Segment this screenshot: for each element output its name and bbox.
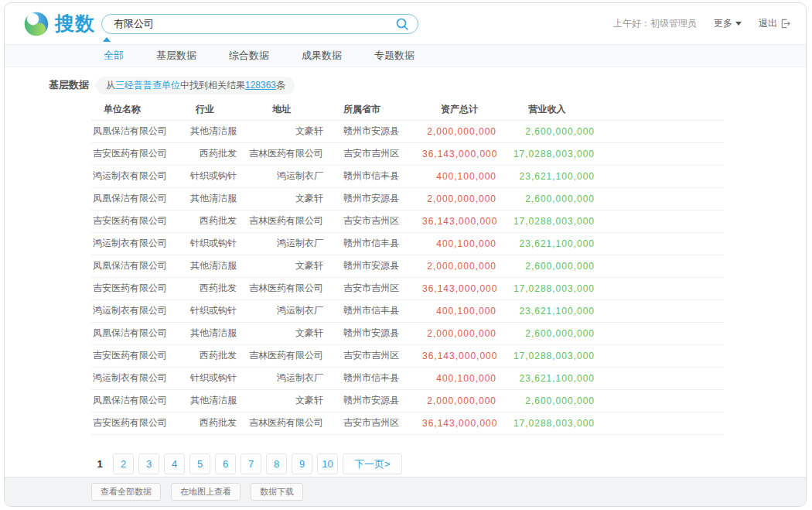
cell-company-name: 凤凰保洁有限公司 bbox=[91, 322, 172, 344]
cell-address: 鸿运制衣厂 bbox=[238, 367, 325, 389]
cell-total-assets: 2,000,000,000 bbox=[421, 255, 498, 277]
cell-company-name: 吉安医药有限公司 bbox=[91, 344, 172, 367]
results-table: 单位名称 行业 地址 所属省市 资产总计 营业收入 凤凰保洁有限公司其他清洁服文… bbox=[91, 100, 724, 435]
cell-revenue: 23,621,100,000 bbox=[498, 299, 596, 322]
cell-address: 文豪轩 bbox=[238, 322, 325, 344]
results-table-container: 单位名称 行业 地址 所属省市 资产总计 营业收入 凤凰保洁有限公司其他清洁服文… bbox=[91, 100, 806, 435]
cell-address: 文豪轩 bbox=[238, 120, 325, 142]
cell-company-name: 吉安医药有限公司 bbox=[91, 277, 172, 299]
table-body: 凤凰保洁有限公司其他清洁服文豪轩赣州市安源县2,000,000,0002,600… bbox=[91, 120, 724, 434]
cell-revenue: 23,621,100,000 bbox=[498, 367, 596, 389]
column-header-spacer bbox=[596, 100, 724, 120]
cell-address: 文豪轩 bbox=[238, 187, 325, 210]
page-button[interactable]: 3 bbox=[138, 454, 159, 474]
search-input[interactable] bbox=[101, 14, 418, 34]
cell-total-assets: 2,000,000,000 bbox=[421, 322, 498, 344]
cell-company-name: 凤凰保洁有限公司 bbox=[91, 187, 172, 210]
page-button[interactable]: 7 bbox=[241, 454, 261, 474]
column-header-revenue: 营业收入 bbox=[498, 100, 596, 120]
page-current: 1 bbox=[91, 458, 108, 470]
cell-address: 吉林医药有限公司 bbox=[238, 344, 325, 367]
cell-revenue: 2,600,000,000 bbox=[498, 389, 596, 412]
cell-industry: 其他清洁服 bbox=[172, 389, 238, 412]
page-button[interactable]: 2 bbox=[113, 454, 134, 474]
cell-address: 鸿运制衣厂 bbox=[238, 299, 325, 322]
cell-company-name: 鸿运制衣有限公司 bbox=[91, 367, 172, 389]
cell-industry: 西药批发 bbox=[172, 210, 238, 232]
download-data-button[interactable]: 数据下载 bbox=[251, 483, 303, 501]
search-icon[interactable] bbox=[395, 17, 409, 34]
cell-total-assets: 36,143,000,000 bbox=[421, 412, 498, 434]
table-row: 凤凰保洁有限公司其他清洁服文豪轩赣州市安源县2,000,000,0002,600… bbox=[91, 120, 724, 142]
view-all-data-button[interactable]: 查看全部数据 bbox=[91, 483, 161, 501]
view-on-map-button[interactable]: 在地图上查看 bbox=[171, 483, 241, 501]
page-button[interactable]: 6 bbox=[215, 454, 236, 474]
table-row: 凤凰保洁有限公司其他清洁服文豪轩赣州市安源县2,000,000,0002,600… bbox=[91, 322, 724, 344]
table-row: 鸿运制衣有限公司针织或钩针鸿运制衣厂赣州市信丰县400,100,00023,62… bbox=[91, 165, 724, 187]
column-header-region: 所属省市 bbox=[325, 100, 421, 120]
cell-address: 吉林医药有限公司 bbox=[238, 142, 325, 165]
cell-region: 赣州市安源县 bbox=[325, 255, 421, 277]
cell-industry: 针织或钩针 bbox=[172, 232, 238, 255]
page-button[interactable]: 5 bbox=[189, 454, 210, 474]
cell-spacer bbox=[596, 210, 724, 232]
cell-region: 吉安市吉州区 bbox=[325, 142, 421, 165]
table-row: 吉安医药有限公司西药批发吉林医药有限公司吉安市吉州区36,143,000,000… bbox=[91, 344, 724, 367]
pagination: 1 2345678910 下一页> bbox=[91, 454, 806, 474]
cell-industry: 针织或钩针 bbox=[172, 299, 238, 322]
tab-basic-data[interactable]: 基层数据 bbox=[156, 49, 196, 63]
cell-region: 赣州市信丰县 bbox=[325, 165, 421, 187]
cell-spacer bbox=[596, 277, 724, 299]
cell-revenue: 2,600,000,000 bbox=[498, 322, 596, 344]
cell-spacer bbox=[596, 412, 724, 434]
table-row: 凤凰保洁有限公司其他清洁服文豪轩赣州市安源县2,000,000,0002,600… bbox=[91, 255, 724, 277]
app-logo[interactable]: 搜数 bbox=[23, 11, 95, 37]
cell-spacer bbox=[596, 389, 724, 412]
cell-region: 赣州市信丰县 bbox=[325, 232, 421, 255]
result-count-link[interactable]: 128363 bbox=[245, 80, 276, 91]
cell-address: 吉林医药有限公司 bbox=[238, 210, 325, 232]
cell-region: 赣州市安源县 bbox=[325, 322, 421, 344]
cell-total-assets: 36,143,000,000 bbox=[421, 277, 498, 299]
cell-spacer bbox=[596, 344, 724, 367]
table-row: 吉安医药有限公司西药批发吉林医药有限公司吉安市吉州区36,143,000,000… bbox=[91, 142, 724, 165]
next-page-button[interactable]: 下一页> bbox=[343, 454, 402, 474]
cell-industry: 西药批发 bbox=[172, 142, 238, 165]
table-row: 鸿运制衣有限公司针织或钩针鸿运制衣厂赣州市信丰县400,100,00023,62… bbox=[91, 299, 724, 322]
cell-region: 赣州市信丰县 bbox=[325, 299, 421, 322]
cell-spacer bbox=[596, 232, 724, 255]
app-window: 搜数 上午好：初级管理员 更多 退出 bbox=[4, 2, 807, 507]
logout-button[interactable]: 退出 bbox=[759, 17, 790, 30]
cell-spacer bbox=[596, 120, 724, 142]
cell-region: 赣州市安源县 bbox=[325, 389, 421, 412]
cell-address: 鸿运制衣厂 bbox=[238, 165, 325, 187]
cell-address: 吉林医药有限公司 bbox=[238, 412, 325, 434]
cell-revenue: 17,0288,003,000 bbox=[498, 412, 596, 434]
cell-region: 吉安市吉州区 bbox=[325, 344, 421, 367]
cell-company-name: 吉安医药有限公司 bbox=[91, 210, 172, 232]
cell-total-assets: 2,000,000,000 bbox=[421, 389, 498, 412]
table-header-row: 单位名称 行业 地址 所属省市 资产总计 营业收入 bbox=[91, 100, 724, 120]
table-row: 吉安医药有限公司西药批发吉林医药有限公司吉安市吉州区36,143,000,000… bbox=[91, 412, 724, 434]
cell-company-name: 鸿运制衣有限公司 bbox=[91, 232, 172, 255]
cell-region: 赣州市信丰县 bbox=[325, 367, 421, 389]
tab-topic-data[interactable]: 专题数据 bbox=[374, 49, 415, 63]
tab-all[interactable]: 全部 bbox=[104, 49, 124, 63]
table-row: 吉安医药有限公司西药批发吉林医药有限公司吉安市吉州区36,143,000,000… bbox=[91, 210, 724, 232]
more-button[interactable]: 更多 bbox=[714, 17, 742, 30]
cell-industry: 针织或钩针 bbox=[172, 165, 238, 187]
page-button[interactable]: 8 bbox=[266, 454, 287, 474]
page-button[interactable]: 4 bbox=[164, 454, 185, 474]
logout-icon bbox=[780, 19, 790, 29]
tab-comprehensive-data[interactable]: 综合数据 bbox=[229, 49, 269, 63]
page-button[interactable]: 10 bbox=[317, 454, 338, 474]
cell-total-assets: 36,143,000,000 bbox=[421, 142, 498, 165]
cell-industry: 其他清洁服 bbox=[172, 322, 238, 344]
page-button[interactable]: 9 bbox=[292, 454, 312, 474]
source-link[interactable]: 三经普普查单位 bbox=[115, 80, 180, 91]
tab-achievement-data[interactable]: 成果数据 bbox=[302, 49, 342, 63]
table-row: 吉安医药有限公司西药批发吉林医药有限公司吉安市吉州区36,143,000,000… bbox=[91, 277, 724, 299]
cell-company-name: 凤凰保洁有限公司 bbox=[91, 389, 172, 412]
cell-company-name: 鸿运制衣有限公司 bbox=[91, 299, 172, 322]
column-header-address: 地址 bbox=[238, 100, 325, 120]
